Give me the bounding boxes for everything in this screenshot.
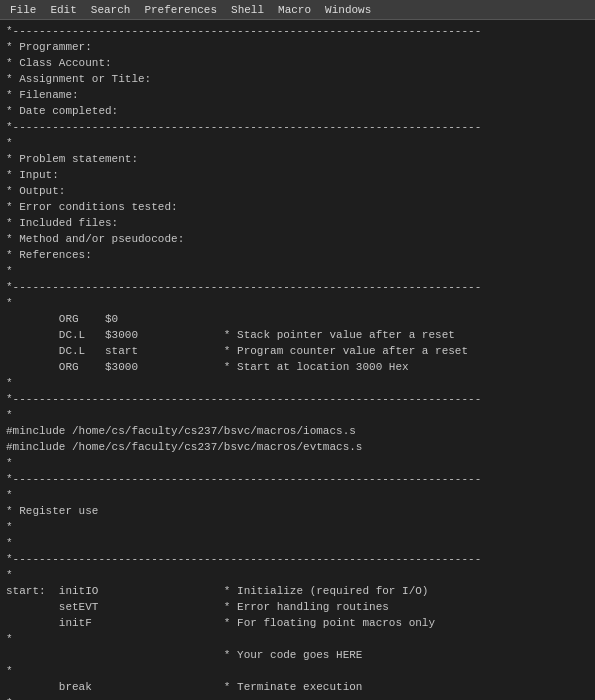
menu-macro[interactable]: Macro bbox=[272, 2, 317, 18]
menu-shell[interactable]: Shell bbox=[225, 2, 270, 18]
editor-line: * bbox=[6, 536, 589, 552]
editor-line: *---------------------------------------… bbox=[6, 24, 589, 40]
menu-file[interactable]: File bbox=[4, 2, 42, 18]
editor-line: #minclude /home/cs/faculty/cs237/bsvc/ma… bbox=[6, 424, 589, 440]
editor-line: setEVT * Error handling routines bbox=[6, 600, 589, 616]
editor-line: * Output: bbox=[6, 184, 589, 200]
editor-line: * Input: bbox=[6, 168, 589, 184]
editor-line: * bbox=[6, 456, 589, 472]
editor-line: * Your code goes HERE bbox=[6, 648, 589, 664]
menu-edit[interactable]: Edit bbox=[44, 2, 82, 18]
editor-line: * Method and/or pseudocode: bbox=[6, 232, 589, 248]
editor-line: * Class Account: bbox=[6, 56, 589, 72]
editor-line: *---------------------------------------… bbox=[6, 392, 589, 408]
editor-line: * bbox=[6, 264, 589, 280]
editor-line: * bbox=[6, 296, 589, 312]
editor-line: * Date completed: bbox=[6, 104, 589, 120]
editor-area[interactable]: *---------------------------------------… bbox=[0, 20, 595, 700]
menubar: File Edit Search Preferences Shell Macro… bbox=[0, 0, 595, 20]
editor-line: * Filename: bbox=[6, 88, 589, 104]
editor-line: DC.L start * Program counter value after… bbox=[6, 344, 589, 360]
editor-line: * References: bbox=[6, 248, 589, 264]
editor-line: * Included files: bbox=[6, 216, 589, 232]
menu-windows[interactable]: Windows bbox=[319, 2, 377, 18]
editor-line: * bbox=[6, 632, 589, 648]
editor-line: *---------------------------------------… bbox=[6, 472, 589, 488]
editor-line: * bbox=[6, 408, 589, 424]
editor-line: * bbox=[6, 136, 589, 152]
editor-line: * bbox=[6, 568, 589, 584]
editor-line: start: initIO * Initialize (required for… bbox=[6, 584, 589, 600]
editor-line: DC.L $3000 * Stack pointer value after a… bbox=[6, 328, 589, 344]
editor-line: * Error conditions tested: bbox=[6, 200, 589, 216]
editor-line: #minclude /home/cs/faculty/cs237/bsvc/ma… bbox=[6, 440, 589, 456]
editor-line: * bbox=[6, 696, 589, 700]
editor-line: ORG $0 bbox=[6, 312, 589, 328]
editor-line: *---------------------------------------… bbox=[6, 120, 589, 136]
menu-search[interactable]: Search bbox=[85, 2, 137, 18]
editor-line: * bbox=[6, 520, 589, 536]
editor-line: * Programmer: bbox=[6, 40, 589, 56]
editor-line: * Register use bbox=[6, 504, 589, 520]
editor-line: break * Terminate execution bbox=[6, 680, 589, 696]
menu-preferences[interactable]: Preferences bbox=[138, 2, 223, 18]
editor-line: * Problem statement: bbox=[6, 152, 589, 168]
editor-line: initF * For floating point macros only bbox=[6, 616, 589, 632]
editor-line: *---------------------------------------… bbox=[6, 552, 589, 568]
editor-line: *---------------------------------------… bbox=[6, 280, 589, 296]
editor-line: ORG $3000 * Start at location 3000 Hex bbox=[6, 360, 589, 376]
editor-line: * bbox=[6, 376, 589, 392]
editor-line: * bbox=[6, 488, 589, 504]
editor-line: * bbox=[6, 664, 589, 680]
editor-line: * Assignment or Title: bbox=[6, 72, 589, 88]
